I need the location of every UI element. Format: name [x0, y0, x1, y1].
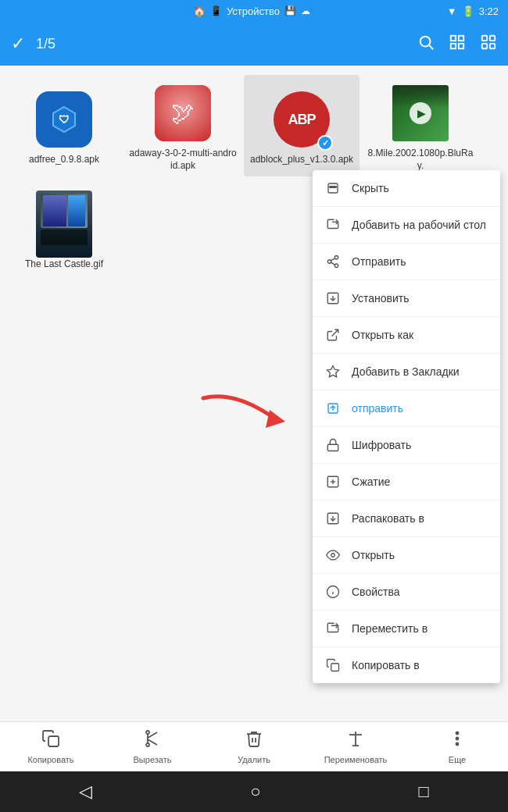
menu-item-hide[interactable]: Скрыть [313, 170, 500, 207]
menu-item-label: Добавить в Закладки [352, 365, 460, 378]
svg-point-32 [331, 554, 335, 557]
grid-icon[interactable] [449, 34, 466, 55]
home-button[interactable]: ○ [234, 775, 276, 808]
rename-icon [346, 729, 365, 753]
copy-to-icon [325, 657, 341, 673]
svg-point-49 [456, 743, 459, 746]
file-item[interactable]: 🕊 adaway-3-0-2-multi-android.apk [125, 75, 241, 176]
menu-item-add-desktop[interactable]: Добавить на рабочий стол [313, 207, 500, 244]
lock-icon [325, 437, 341, 453]
menu-item-properties[interactable]: Свойства [313, 574, 500, 611]
menu-item-compress[interactable]: Сжатие [313, 464, 500, 500]
menu-item-open[interactable]: Открыть [313, 537, 500, 574]
top-bar-actions [417, 34, 497, 55]
menu-item-label: Копировать в [352, 659, 420, 671]
file-icon-wrap: ABP ✓ [270, 88, 333, 151]
compress-icon [325, 474, 341, 490]
menu-item-label: Открыть [352, 549, 395, 561]
file-item[interactable]: ABP ✓ adblock_plus_v1.3.0.apk [244, 75, 360, 176]
svg-line-22 [332, 329, 338, 336]
menu-item-install[interactable]: Установить [313, 280, 500, 317]
menu-item-label: Установить [352, 292, 409, 304]
svg-rect-8 [482, 43, 487, 48]
file-icon-wrap: 🕊 [152, 82, 214, 144]
move-icon [325, 621, 341, 636]
toolbar-cut[interactable]: Вырезать [102, 723, 203, 771]
status-bar-center: 🏠 📱 Устройство 💾 ☁ [193, 5, 310, 17]
menu-item-label: Переместить в [352, 622, 428, 635]
menu-icon[interactable] [480, 34, 497, 55]
toolbar-label: Еще [449, 755, 466, 764]
cloud-icon: ☁ [301, 5, 310, 16]
device-icon: 📱 [210, 5, 222, 16]
selection-badge: ✓ [317, 135, 333, 151]
toolbar-delete[interactable]: Удалить [203, 723, 305, 771]
share-icon [325, 254, 341, 269]
menu-item-label: Отправить [352, 255, 406, 268]
file-label: adblock_plus_v1.3.0.apk [250, 154, 353, 166]
time-label: 3:22 [479, 5, 499, 17]
menu-item-label: Открыть как [352, 329, 413, 341]
menu-item-send[interactable]: Отправить [313, 244, 500, 280]
svg-rect-6 [482, 35, 487, 40]
menu-item-unpack[interactable]: Распаковать в [313, 500, 500, 537]
menu-item-label: Шифровать [352, 439, 411, 451]
svg-point-15 [334, 256, 338, 260]
svg-point-40 [146, 731, 149, 734]
search-icon[interactable] [417, 34, 435, 55]
toolbar-more[interactable]: Еще [406, 723, 508, 771]
svg-point-16 [327, 260, 331, 264]
svg-rect-13 [330, 187, 337, 188]
svg-marker-23 [327, 366, 339, 377]
battery-icon: 🔋 [462, 5, 474, 17]
hide-icon [325, 180, 341, 196]
context-menu: Скрыть Добавить на рабочий стол Отправит… [313, 170, 500, 683]
file-item[interactable]: The Last Castle.gif [6, 180, 122, 281]
back-button[interactable]: ◁ [63, 775, 108, 808]
menu-item-label: Добавить на рабочий стол [352, 219, 486, 231]
video-thumbnail: ▶ [392, 85, 449, 141]
send-icon [325, 401, 341, 416]
menu-item-label: Распаковать в [352, 512, 424, 525]
delete-icon [245, 729, 263, 753]
svg-rect-9 [490, 43, 495, 48]
file-label: The Last Castle.gif [25, 258, 103, 271]
menu-item-move[interactable]: Переместить в [313, 611, 500, 647]
open-as-icon [325, 327, 341, 343]
file-icon-wrap: ▶ [389, 82, 452, 144]
bottom-toolbar: Копировать Вырезать Удалить Переименоват… [0, 721, 508, 771]
svg-line-19 [331, 258, 334, 261]
svg-rect-2 [451, 35, 456, 40]
nav-bar: ◁ ○ □ [0, 771, 508, 812]
menu-item-send2[interactable]: отправить [313, 390, 500, 427]
eye-icon [325, 547, 341, 563]
more-icon [448, 729, 467, 753]
menu-item-encrypt[interactable]: Шифровать [313, 427, 500, 464]
toolbar-copy[interactable]: Копировать [0, 723, 102, 771]
toolbar-label: Вырезать [134, 755, 172, 764]
menu-item-open-as[interactable]: Открыть как [313, 317, 500, 354]
file-label: adaway-3-0-2-multi-android.apk [128, 148, 238, 172]
svg-rect-7 [490, 35, 495, 40]
status-bar-right: ▼ 🔋 3:22 [447, 5, 499, 17]
wifi-icon: ▼ [447, 5, 457, 17]
menu-item-copy-to[interactable]: Копировать в [313, 647, 500, 683]
sd-icon: 💾 [284, 5, 296, 16]
file-icon-wrap [33, 193, 95, 255]
cut-icon [143, 729, 162, 753]
toolbar-label: Переименовать [324, 755, 388, 764]
install-icon [325, 290, 341, 306]
file-item[interactable]: 🛡 adfree_0.9.8.apk [6, 75, 122, 176]
menu-item-label: отправить [352, 402, 403, 415]
toolbar-label: Удалить [238, 755, 270, 764]
checkmark-icon[interactable]: ✓ [11, 34, 25, 54]
toolbar-rename[interactable]: Переименовать [305, 723, 406, 771]
svg-rect-26 [327, 444, 338, 451]
recent-button[interactable]: □ [403, 775, 445, 808]
file-label: adfree_0.9.8.apk [29, 154, 99, 166]
apk-icon: ABP ✓ [274, 91, 330, 148]
menu-item-bookmarks[interactable]: Добавить в Закладки [313, 354, 500, 390]
svg-point-48 [456, 738, 459, 740]
file-item[interactable]: ▶ 8.Mile.2002.1080p.BluRay. [363, 75, 478, 176]
gif-thumbnail [36, 191, 92, 258]
